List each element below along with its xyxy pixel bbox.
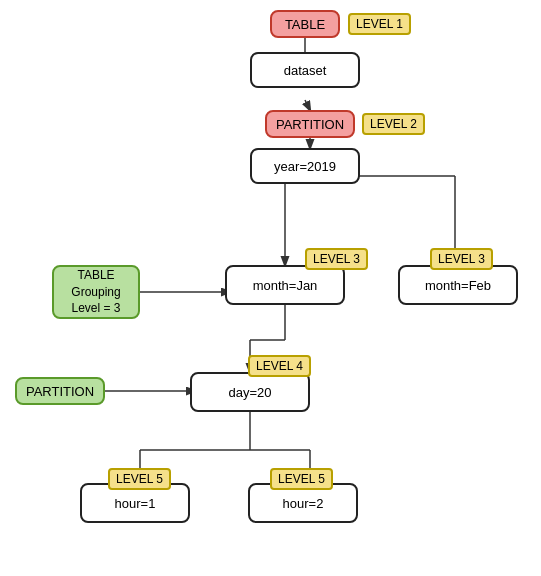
partition2-node: PARTITION [15, 377, 105, 405]
partition1-node: PARTITION [265, 110, 355, 138]
dataset-node: dataset [250, 52, 360, 88]
level5-2-badge: LEVEL 5 [270, 468, 333, 490]
level5-1-badge: LEVEL 5 [108, 468, 171, 490]
month-jan-node: month=Jan [225, 265, 345, 305]
level4-badge: LEVEL 4 [248, 355, 311, 377]
level1-badge: LEVEL 1 [348, 13, 411, 35]
svg-line-1 [305, 100, 310, 110]
level2-badge: LEVEL 2 [362, 113, 425, 135]
level3-jan-badge: LEVEL 3 [305, 248, 368, 270]
year-node: year=2019 [250, 148, 360, 184]
day20-node: day=20 [190, 372, 310, 412]
grouping-node: TABLE Grouping Level = 3 [52, 265, 140, 319]
table-node: TABLE [270, 10, 340, 38]
month-feb-node: month=Feb [398, 265, 518, 305]
level3-feb-badge: LEVEL 3 [430, 248, 493, 270]
diagram: TABLE LEVEL 1 dataset PARTITION LEVEL 2 … [0, 0, 541, 576]
